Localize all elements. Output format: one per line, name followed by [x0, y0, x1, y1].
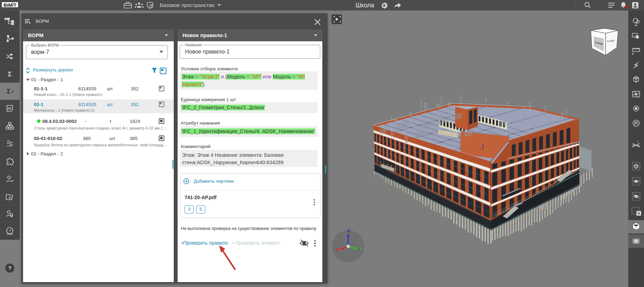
svg-text:X: X: [336, 247, 339, 252]
svg-text:Y: Y: [359, 246, 363, 251]
svg-text:2: 2: [637, 140, 639, 143]
svg-text:Z: Z: [347, 228, 350, 233]
svg-text:Школа: Школа: [356, 2, 374, 9]
svg-text:Σ: Σ: [8, 70, 12, 78]
svg-text:+: +: [11, 89, 14, 94]
svg-text:2D: 2D: [7, 107, 12, 110]
svg-text:1: 1: [632, 144, 633, 146]
svg-text:Базовое пространство: Базовое пространство: [160, 2, 214, 8]
svg-text:Σ: Σ: [7, 88, 10, 95]
